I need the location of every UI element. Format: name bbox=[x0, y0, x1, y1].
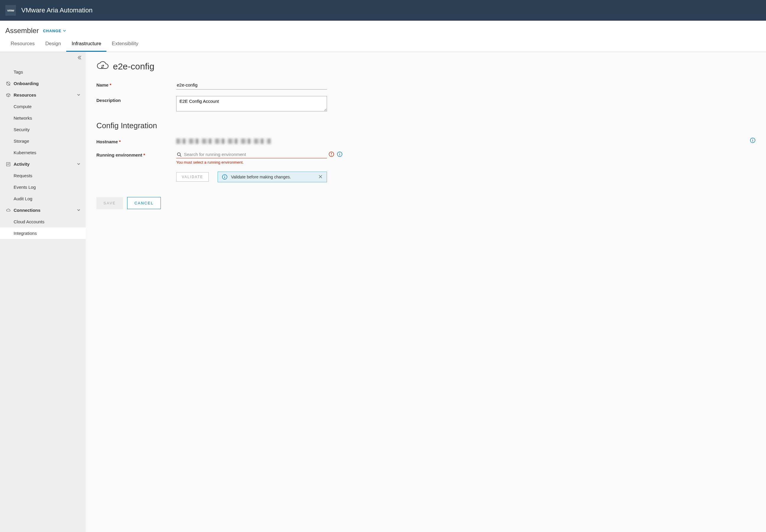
name-label: Name* bbox=[96, 81, 176, 87]
page-title: e2e-config bbox=[113, 61, 154, 71]
tab-extensibility[interactable]: Extensibility bbox=[106, 38, 144, 52]
sidebar-item-label: Onboarding bbox=[14, 81, 39, 86]
chevron-down-icon bbox=[63, 29, 66, 32]
hostname-value-redacted bbox=[176, 139, 271, 144]
sidebar-item-resources[interactable]: Resources bbox=[0, 89, 86, 101]
svg-point-4 bbox=[752, 139, 753, 139]
tab-infrastructure[interactable]: Infrastructure bbox=[66, 38, 106, 52]
sidebar-item-label: Activity bbox=[14, 162, 30, 167]
cancel-button[interactable]: CANCEL bbox=[127, 197, 161, 209]
info-icon bbox=[222, 174, 227, 180]
service-header: Assembler CHANGE bbox=[0, 21, 766, 38]
section-heading: Config Integration bbox=[96, 121, 755, 130]
svg-point-12 bbox=[339, 153, 340, 153]
tab-resources[interactable]: Resources bbox=[5, 38, 40, 52]
sidebar-item-requests[interactable]: Requests bbox=[0, 170, 86, 181]
sidebar-item-label: Resources bbox=[14, 92, 36, 97]
hostname-label: Hostname* bbox=[96, 137, 176, 144]
save-button[interactable]: SAVE bbox=[96, 197, 123, 209]
sidebar-item-kubernetes[interactable]: Kubernetes bbox=[0, 147, 86, 158]
description-label: Description bbox=[96, 96, 176, 103]
banner-text: Validate before making changes. bbox=[231, 175, 291, 179]
close-icon bbox=[318, 175, 323, 179]
sidebar-item-audit-log[interactable]: Audit Log bbox=[0, 193, 86, 204]
sidebar-item-networks[interactable]: Networks bbox=[0, 112, 86, 124]
running-env-info-icon[interactable] bbox=[337, 152, 342, 158]
sidebar: Tags Onboarding Resources Compute Networ… bbox=[0, 52, 86, 532]
sidebar-item-onboarding[interactable]: Onboarding bbox=[0, 78, 86, 89]
running-env-input[interactable] bbox=[184, 152, 326, 157]
top-navbar: vmw VMware Aria Automation bbox=[0, 0, 766, 21]
svg-rect-5 bbox=[752, 140, 753, 141]
sidebar-item-storage[interactable]: Storage bbox=[0, 135, 86, 147]
page-heading: e2e-config bbox=[96, 60, 755, 72]
validate-info-banner: Validate before making changes. bbox=[218, 172, 327, 182]
sidebar-item-compute[interactable]: Compute bbox=[0, 101, 86, 112]
chevron-down-icon bbox=[77, 92, 80, 97]
banner-close-button[interactable] bbox=[318, 175, 323, 180]
vmware-logo: vmw bbox=[5, 5, 16, 16]
change-label: CHANGE bbox=[43, 29, 61, 33]
sidebar-item-events-log[interactable]: Events Log bbox=[0, 181, 86, 193]
chevron-double-left-icon bbox=[77, 55, 82, 60]
change-service-link[interactable]: CHANGE bbox=[43, 29, 66, 33]
svg-point-10 bbox=[331, 155, 332, 156]
chevron-down-icon bbox=[77, 162, 80, 167]
svg-rect-13 bbox=[339, 154, 340, 155]
error-icon bbox=[329, 152, 334, 158]
svg-line-7 bbox=[180, 155, 181, 157]
sidebar-item-connections[interactable]: Connections bbox=[0, 204, 86, 216]
cloud-icon bbox=[5, 208, 11, 213]
sidebar-item-integrations[interactable]: Integrations bbox=[0, 227, 86, 239]
running-env-label: Running environment* bbox=[96, 151, 176, 157]
sidebar-item-security[interactable]: Security bbox=[0, 124, 86, 135]
chevron-down-icon bbox=[77, 208, 80, 213]
sidebar-item-label: Connections bbox=[14, 208, 40, 213]
sidebar-item-activity[interactable]: Activity bbox=[0, 158, 86, 170]
svg-rect-9 bbox=[331, 153, 332, 154]
app-title: VMware Aria Automation bbox=[21, 6, 92, 14]
running-env-search[interactable] bbox=[176, 151, 327, 158]
svg-point-15 bbox=[225, 175, 225, 176]
service-name: Assembler bbox=[5, 27, 39, 35]
svg-point-6 bbox=[177, 153, 180, 156]
validate-button[interactable]: VALIDATE bbox=[176, 172, 209, 182]
hostname-info-icon[interactable] bbox=[750, 138, 755, 144]
cloud-sync-icon bbox=[96, 60, 109, 72]
sidebar-item-cloud-accounts[interactable]: Cloud Accounts bbox=[0, 216, 86, 227]
search-icon bbox=[177, 152, 181, 157]
main-content: e2e-config Name* Description Config Inte… bbox=[86, 52, 766, 532]
sidebar-item-tags[interactable]: Tags bbox=[0, 66, 86, 78]
description-textarea[interactable] bbox=[176, 96, 327, 111]
collapse-sidebar-button[interactable] bbox=[77, 55, 82, 61]
running-env-error: You must select a running environment. bbox=[176, 160, 755, 165]
tab-design[interactable]: Design bbox=[40, 38, 66, 52]
svg-rect-16 bbox=[225, 177, 225, 178]
cube-icon bbox=[5, 93, 11, 97]
chart-icon bbox=[5, 162, 11, 167]
target-icon bbox=[5, 81, 11, 86]
name-input[interactable] bbox=[176, 81, 327, 90]
main-tabs: Resources Design Infrastructure Extensib… bbox=[0, 38, 766, 52]
